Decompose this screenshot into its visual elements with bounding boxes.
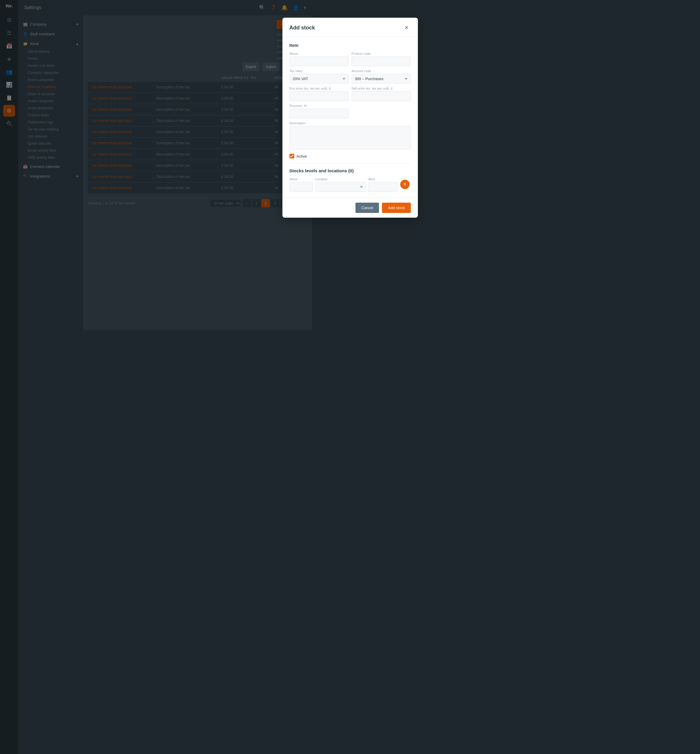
buy-price-input[interactable] — [289, 91, 312, 101]
tax-account-row: Tax rates 20% VAT 0% VAT Exempt Account … — [289, 69, 312, 84]
stock-label: Stock — [289, 177, 312, 181]
discount-input[interactable] — [289, 109, 312, 118]
stock-input[interactable] — [289, 182, 312, 192]
buy-price-label: Buy price (ex. tax per unit), £ — [289, 87, 312, 90]
name-product-row: Name Product code — [289, 52, 312, 66]
tax-rates-select[interactable]: 20% VAT 0% VAT Exempt — [289, 74, 312, 84]
add-stock-modal: Add stock ✕ Item Name Product code Tax r… — [283, 18, 312, 217]
name-input[interactable] — [289, 56, 312, 66]
description-field: Description — [289, 121, 312, 150]
price-row: Buy price (ex. tax per unit), £ Sell pri… — [289, 87, 312, 101]
discount-row: Discount, % — [289, 104, 312, 118]
discount-field: Discount, % — [289, 104, 312, 118]
stocks-section-title: Stocks levels and locations (0) — [289, 168, 312, 173]
active-checkbox[interactable] — [289, 154, 294, 158]
name-label: Name — [289, 52, 312, 55]
tax-rates-label: Tax rates — [289, 69, 312, 73]
modal-title: Add stock — [289, 25, 312, 31]
buy-price-field: Buy price (ex. tax per unit), £ — [289, 87, 312, 101]
modal-footer: Cancel Add stock — [283, 198, 312, 217]
active-label: Active — [297, 154, 307, 158]
active-row: Active — [289, 154, 312, 158]
item-section-title: Item — [289, 43, 312, 48]
modal-overlay[interactable]: Add stock ✕ Item Name Product code Tax r… — [0, 0, 312, 330]
stock-field: Stock — [289, 177, 312, 192]
discount-label: Discount, % — [289, 104, 312, 108]
description-textarea[interactable] — [289, 126, 312, 150]
description-row: Description — [289, 121, 312, 150]
stock-input-row: Stock Location Alert + — [289, 177, 312, 192]
name-field: Name — [289, 52, 312, 66]
modal-body: Item Name Product code Tax rates 20% VAT — [283, 37, 312, 198]
description-label: Description — [289, 121, 312, 125]
tax-rates-field: Tax rates 20% VAT 0% VAT Exempt — [289, 69, 312, 84]
modal-header: Add stock ✕ — [283, 18, 312, 37]
